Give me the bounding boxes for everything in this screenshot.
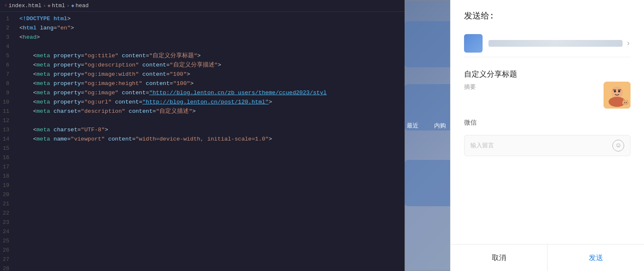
code-line: 18 [0, 172, 405, 181]
token-attr: content [142, 62, 166, 68]
line-number: 23 [0, 218, 15, 227]
token-tag: meta [37, 62, 50, 68]
token-punct: = [81, 62, 84, 68]
message-input[interactable]: 输入留言 [470, 142, 612, 149]
token-punct: > [197, 53, 201, 59]
right-panel: 最近 内购 发送给: › 自定义分享标题 摘要 [405, 0, 644, 271]
token-punct: < [33, 136, 36, 142]
message-row[interactable]: 输入留言 ☺ [464, 135, 631, 156]
token-str: "自定义分享标题" [149, 53, 197, 59]
token-tag: meta [37, 127, 50, 133]
token-punct: = [139, 99, 142, 105]
recipient-row[interactable]: › [464, 30, 631, 57]
token-plain [142, 80, 146, 87]
line-number: 2 [0, 24, 15, 33]
token-punct: = [81, 80, 84, 87]
token-punct: = [146, 90, 149, 96]
line-number: 21 [0, 199, 15, 209]
line-number: 19 [0, 181, 15, 190]
token-str: "og:title" [84, 53, 118, 59]
token-plain [50, 99, 54, 105]
code-line: 5 <meta property="og:title" content="自定义… [0, 51, 405, 61]
line-number: 20 [0, 190, 15, 199]
token-str: "og:image" [84, 90, 118, 96]
token-plain [139, 62, 142, 68]
token-tag: meta [37, 71, 50, 77]
token-punct: = [166, 71, 169, 77]
code-line: 17 [0, 162, 405, 172]
code-line: 19 [0, 181, 405, 190]
svg-point-1 [611, 87, 623, 98]
summary-label: 摘要 [464, 83, 476, 91]
token-punct: = [67, 136, 70, 142]
token-punct: < [33, 99, 36, 105]
token-attr: charset [54, 108, 78, 114]
token-str: "100" [170, 71, 187, 77]
code-content: <meta charset="UTF-8"> [17, 125, 405, 135]
token-plain [112, 99, 115, 105]
token-plain [139, 71, 142, 77]
token-str: "UTF-8" [81, 127, 105, 133]
token-punct: < [19, 25, 23, 31]
token-tag: meta [37, 80, 50, 87]
line-number: 18 [0, 172, 15, 181]
token-punct: < [33, 62, 36, 68]
code-line: 23 [0, 218, 405, 227]
token-tag: meta [37, 136, 50, 142]
svg-point-4 [618, 90, 620, 93]
code-line: 27 [0, 255, 405, 264]
file-icon: ⚡ [4, 3, 7, 9]
token-attr: content [122, 53, 146, 59]
token-plain [37, 25, 40, 31]
code-line: 14 <meta name="viewport" content="width=… [0, 135, 405, 144]
token-attr: property [54, 53, 81, 59]
code-content: <meta name="viewport" content="width=dev… [17, 135, 405, 144]
token-plain [50, 80, 54, 87]
code-content: <meta charset="description" content="自定义… [17, 107, 405, 116]
token-plain [50, 127, 54, 133]
token-punct: = [146, 53, 149, 59]
code-line: 12 [0, 116, 405, 125]
cancel-button[interactable]: 取消 [451, 244, 547, 271]
token-attr: content [146, 80, 170, 87]
token-str: "自定义分享描述" [170, 62, 218, 68]
line-number: 9 [0, 88, 15, 98]
token-attr: content [108, 136, 132, 142]
token-kw: html [54, 16, 67, 22]
send-button[interactable]: 发送 [547, 244, 644, 271]
share-summary-row: 摘要 [464, 82, 631, 109]
svg-rect-6 [618, 89, 621, 90]
token-punct: > [105, 127, 108, 133]
line-number: 26 [0, 246, 15, 255]
token-plain [50, 71, 54, 77]
token-plain [50, 136, 54, 142]
line-number: 25 [0, 236, 15, 246]
token-attr: charset [54, 127, 78, 133]
token-punct: < [33, 108, 36, 114]
token-punct: > [187, 71, 190, 77]
chevron-right-icon: › [626, 39, 631, 48]
modal-body: 发送给: › 自定义分享标题 摘要 [451, 0, 644, 244]
emoji-icon[interactable]: ☺ [612, 140, 624, 151]
token-plain [118, 90, 122, 96]
code-line: 25 [0, 236, 405, 246]
code-area[interactable]: 1<!DOCTYPE html>2<html lang="en">3<head>… [0, 12, 405, 271]
token-punct: > [190, 80, 193, 87]
code-line: 3<head> [0, 33, 405, 42]
token-attr: property [54, 71, 81, 77]
token-plain [50, 90, 54, 96]
token-punct: > [37, 34, 40, 40]
token-plain [118, 53, 122, 59]
token-attr: content [142, 71, 166, 77]
breadcrumb: ⚡ index.html › ◈ html › ◈ head [0, 0, 405, 12]
token-punct: = [78, 127, 81, 133]
code-line: 8 <meta property="og:image:height" conte… [0, 79, 405, 88]
code-line: 1<!DOCTYPE html> [0, 14, 405, 24]
token-punct: = [81, 53, 84, 59]
code-line: 13 <meta charset="UTF-8"> [0, 125, 405, 135]
recipient-name [488, 40, 623, 47]
token-str: "og:image:height" [84, 80, 142, 87]
token-tag: meta [37, 90, 50, 96]
breadcrumb-arrow-2: › [67, 3, 70, 8]
modal-footer: 取消 发送 [451, 244, 644, 271]
